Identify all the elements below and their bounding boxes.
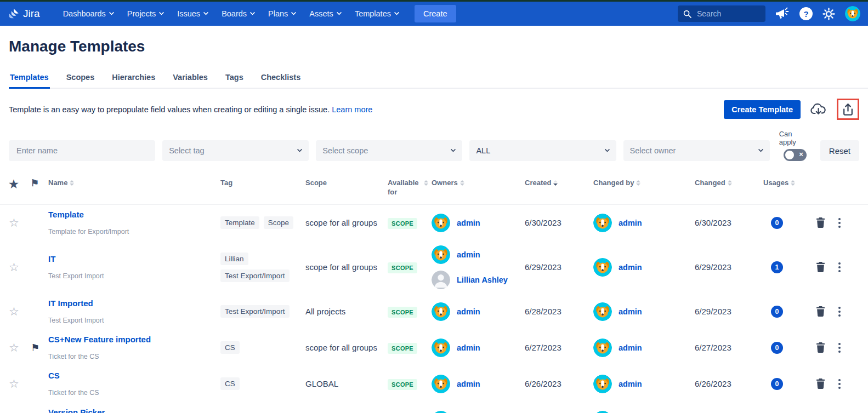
scope-cell: scope for all groups <box>305 262 388 272</box>
nav-item-label: Projects <box>127 9 156 18</box>
template-name-link[interactable]: Version Picker <box>48 408 105 413</box>
user-link[interactable]: admin <box>457 380 480 388</box>
delete-button[interactable] <box>816 342 825 353</box>
more-actions-button[interactable] <box>838 262 841 272</box>
template-description: Ticket for the CS <box>48 353 220 360</box>
import-templates-button[interactable] <box>809 102 828 117</box>
owner: admin <box>432 411 525 413</box>
delete-button[interactable] <box>816 262 825 272</box>
user-link[interactable]: admin <box>619 343 642 352</box>
more-actions-button[interactable] <box>838 218 841 228</box>
user-link[interactable]: admin <box>457 250 480 259</box>
learn-more-link[interactable]: Learn more <box>332 105 372 114</box>
template-name-link[interactable]: Template <box>48 210 84 219</box>
star-icon[interactable]: ☆ <box>9 377 19 390</box>
nav-item-boards[interactable]: Boards <box>216 6 260 21</box>
user-link[interactable]: admin <box>457 219 480 227</box>
nav-item-dashboards[interactable]: Dashboards <box>58 6 120 21</box>
tag-cell: Test Export/Import <box>220 305 305 318</box>
user-link[interactable]: admin <box>619 219 642 227</box>
user-link[interactable]: admin <box>457 307 480 316</box>
category-filter-select[interactable]: ALL <box>469 140 616 161</box>
more-actions-button[interactable] <box>838 307 841 317</box>
help-button[interactable]: ? <box>799 7 813 20</box>
dog-avatar <box>432 214 450 232</box>
scope-filter-select[interactable]: Select scope <box>316 140 462 161</box>
tag-pill: Scope <box>264 216 293 229</box>
nav-item-templates[interactable]: Templates <box>349 6 405 21</box>
more-actions-button[interactable] <box>838 343 841 353</box>
tab-scopes[interactable]: Scopes <box>65 70 96 89</box>
dog-avatar <box>593 339 612 357</box>
flag-icon: ⚑ <box>31 342 39 353</box>
nav-item-assets[interactable]: Assets <box>304 6 347 21</box>
created-column-header[interactable]: Created <box>525 179 593 188</box>
tag-pill: Template <box>220 216 259 229</box>
delete-button[interactable] <box>816 306 825 317</box>
owner: admin <box>593 375 695 393</box>
tag-column-label: Tag <box>220 179 232 188</box>
tab-templates[interactable]: Templates <box>9 70 50 89</box>
favorite-column-icon[interactable]: ★ <box>9 178 19 190</box>
announcements-button[interactable] <box>775 7 790 20</box>
created-cell: 6/30/2023 <box>525 218 593 227</box>
name-column-header[interactable]: Name <box>48 179 220 188</box>
nav-item-projects[interactable]: Projects <box>122 6 169 21</box>
owner-filter-select[interactable]: Select owner <box>623 140 770 161</box>
scope-column-header: Scope <box>305 179 388 188</box>
star-icon[interactable]: ☆ <box>9 305 19 318</box>
star-icon[interactable]: ☆ <box>9 261 19 273</box>
name-filter[interactable] <box>9 140 155 161</box>
export-templates-button[interactable] <box>841 102 855 117</box>
user-link[interactable]: admin <box>457 343 480 352</box>
template-name-link[interactable]: IT <box>48 254 55 263</box>
template-name-link[interactable]: CS+New Feature imported <box>48 335 151 344</box>
tab-hierarchies[interactable]: Hierarchies <box>111 70 156 89</box>
owner: admin <box>432 339 525 357</box>
name-filter-input[interactable] <box>15 146 149 156</box>
category-filter-value: ALL <box>476 146 490 155</box>
user-link[interactable]: Lillian Ashley <box>457 276 508 284</box>
tag-filter-select[interactable]: Select tag <box>162 140 309 161</box>
can-apply-toggle[interactable]: × <box>784 149 807 161</box>
nav-search[interactable] <box>678 5 765 22</box>
template-name-link[interactable]: CS <box>48 371 60 380</box>
sort-icon <box>70 180 74 186</box>
user-link[interactable]: admin <box>619 263 642 272</box>
search-input[interactable] <box>696 9 756 19</box>
usages-column-header[interactable]: Usages <box>763 179 807 188</box>
user-link[interactable]: admin <box>619 307 642 316</box>
delete-button[interactable] <box>816 378 825 389</box>
available-for-column-header[interactable]: Available for <box>388 179 432 197</box>
star-icon[interactable]: ☆ <box>9 341 19 354</box>
available-for-badge: SCOPE <box>388 262 417 273</box>
tab-variables[interactable]: Variables <box>172 70 209 89</box>
flag-column-icon[interactable]: ⚑ <box>31 178 39 188</box>
jira-logo[interactable]: Jira <box>8 8 40 20</box>
changed-by-column-header[interactable]: Changed by <box>593 179 695 188</box>
reset-button[interactable]: Reset <box>820 140 859 161</box>
usages-badge: 0 <box>771 378 783 390</box>
changed-column-header[interactable]: Changed <box>695 179 763 188</box>
settings-button[interactable] <box>822 8 835 20</box>
user-link[interactable]: admin <box>619 380 642 388</box>
nav-item-label: Templates <box>355 9 391 18</box>
template-name-link[interactable]: IT Imported <box>48 299 93 308</box>
usages-badge: 0 <box>771 342 783 354</box>
more-actions-button[interactable] <box>838 379 841 389</box>
table-row: ☆ ⚑ CS+New Feature imported Ticket for t… <box>0 330 868 366</box>
star-icon[interactable]: ☆ <box>9 216 19 229</box>
tab-checklists[interactable]: Checklists <box>260 70 302 89</box>
nav-item-plans[interactable]: Plans <box>263 6 302 21</box>
create-button[interactable]: Create <box>415 5 456 22</box>
nav-item-issues[interactable]: Issues <box>172 6 214 21</box>
create-template-button[interactable]: Create Template <box>724 100 801 119</box>
tab-tags[interactable]: Tags <box>224 70 245 89</box>
delete-button[interactable] <box>816 217 825 228</box>
owners-column-header[interactable]: Owners <box>432 179 525 188</box>
user-avatar[interactable] <box>845 6 860 21</box>
filter-bar: Select tag Select scope ALL Select owner… <box>0 128 868 171</box>
template-description: Ticket for the CS <box>48 389 220 397</box>
scope-filter-placeholder: Select scope <box>322 146 368 155</box>
table-header: ★ ⚑ Name Tag Scope Available for Owners … <box>0 171 868 205</box>
